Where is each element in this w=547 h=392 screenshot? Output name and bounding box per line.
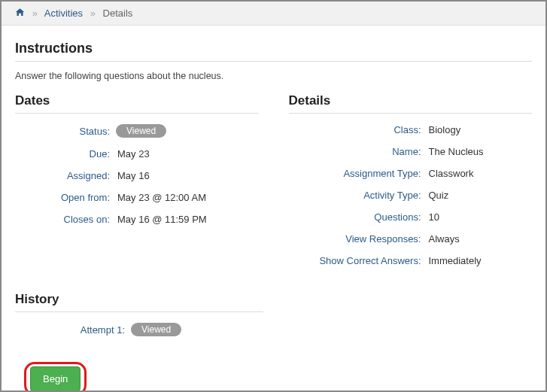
assignment-type-value: Classwork <box>424 168 474 179</box>
attempt-1-label: Attempt 1: <box>15 324 128 336</box>
due-label: Due: <box>15 148 113 160</box>
show-correct-label: Show Correct Answers: <box>289 255 424 266</box>
show-correct-value: Immediately <box>424 255 482 266</box>
breadcrumb-current: Details <box>103 8 133 19</box>
home-icon[interactable] <box>15 8 28 19</box>
breadcrumb-separator: » <box>28 8 42 19</box>
dates-heading: Dates <box>15 93 259 108</box>
assigned-label: Assigned: <box>15 170 113 181</box>
class-value: Biology <box>424 124 461 135</box>
attempt-1-badge: Viewed <box>131 323 181 336</box>
history-heading: History <box>15 292 263 307</box>
divider <box>15 311 263 312</box>
attempt-1-row: Attempt 1: Viewed <box>15 323 263 336</box>
divider <box>15 61 532 62</box>
name-row: Name: The Nucleus <box>289 146 533 157</box>
questions-row: Questions: 10 <box>289 211 533 223</box>
activity-type-label: Activity Type: <box>289 190 424 201</box>
open-from-value: May 23 @ 12:00 AM <box>113 192 206 203</box>
status-label: Status: <box>15 126 113 137</box>
name-value: The Nucleus <box>424 146 484 157</box>
divider <box>15 113 259 114</box>
show-correct-row: Show Correct Answers: Immediately <box>289 255 533 266</box>
questions-label: Questions: <box>289 211 424 223</box>
instructions-heading: Instructions <box>15 41 532 56</box>
view-responses-value: Always <box>424 233 460 245</box>
due-value: May 23 <box>113 148 150 160</box>
activity-type-row: Activity Type: Quiz <box>289 190 533 201</box>
view-responses-label: View Responses: <box>289 233 424 245</box>
status-row: Status: Viewed <box>15 124 259 138</box>
status-badge: Viewed <box>116 124 166 138</box>
details-column: Details Class: Biology Name: The Nucleus… <box>289 93 533 277</box>
closes-on-value: May 16 @ 11:59 PM <box>113 214 207 225</box>
name-label: Name: <box>289 146 424 157</box>
details-heading: Details <box>289 93 533 108</box>
questions-value: 10 <box>424 211 439 223</box>
dates-column: Dates Status: Viewed Due: May 23 Assigne… <box>15 93 259 277</box>
breadcrumb-activities-link[interactable]: Activities <box>44 8 83 19</box>
class-label: Class: <box>289 124 424 135</box>
class-row: Class: Biology <box>289 124 533 135</box>
breadcrumb-separator: » <box>86 8 100 19</box>
view-responses-row: View Responses: Always <box>289 233 533 245</box>
assignment-type-row: Assignment Type: Classwork <box>289 168 533 179</box>
instructions-text: Answer the following questions about the… <box>15 71 532 81</box>
divider <box>289 113 533 114</box>
breadcrumb: » Activities » Details <box>2 2 545 26</box>
due-row: Due: May 23 <box>15 148 259 160</box>
closes-on-label: Closes on: <box>15 214 113 225</box>
assignment-type-label: Assignment Type: <box>289 168 424 179</box>
begin-button[interactable]: Begin <box>30 366 81 391</box>
assigned-row: Assigned: May 16 <box>15 170 259 181</box>
assigned-value: May 16 <box>113 170 150 181</box>
open-from-label: Open from: <box>15 192 113 203</box>
closes-on-row: Closes on: May 16 @ 11:59 PM <box>15 214 259 225</box>
activity-type-value: Quiz <box>424 190 449 201</box>
open-from-row: Open from: May 23 @ 12:00 AM <box>15 192 259 203</box>
